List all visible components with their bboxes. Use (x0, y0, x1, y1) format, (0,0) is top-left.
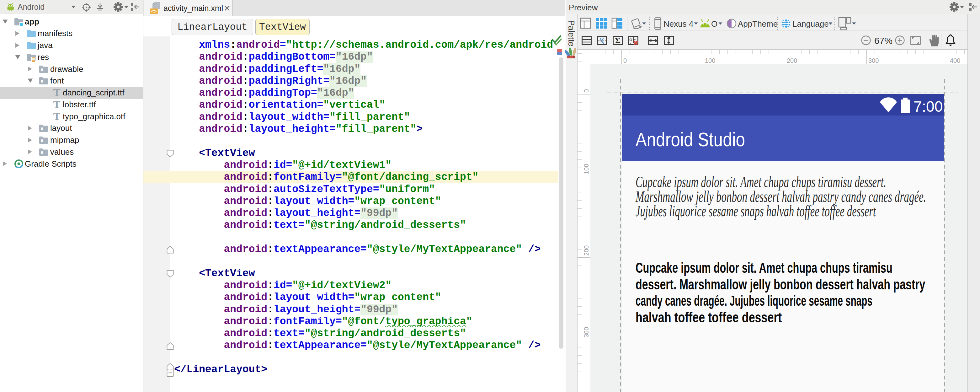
svg-text:<>: <> (151, 9, 156, 14)
